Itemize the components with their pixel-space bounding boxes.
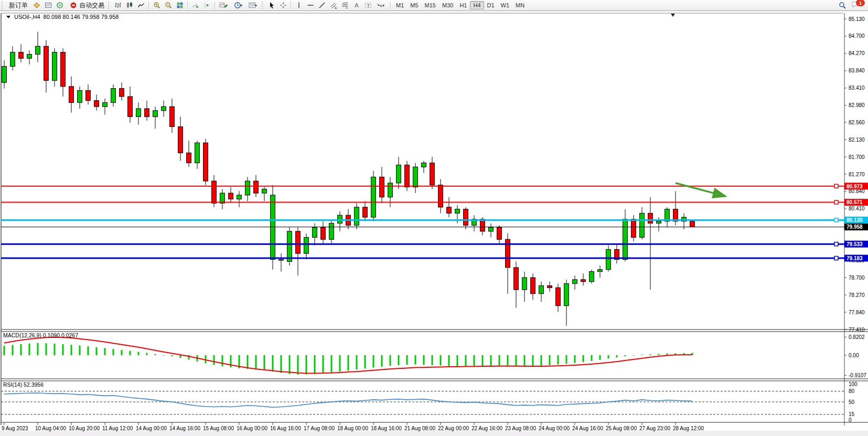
signals-icon[interactable] [54,0,66,10]
chart-shift-icon[interactable] [201,0,213,10]
svg-text:27 Aug 23:00: 27 Aug 23:00 [639,426,670,431]
zoom-in-icon[interactable] [151,0,163,10]
new-order-button[interactable]: 新订单 [6,0,31,11]
macd-bar [163,355,165,356]
crosshair-icon[interactable] [277,0,289,10]
timeframe-M5[interactable]: M5 [407,1,421,9]
macd-bar [348,355,349,371]
price-label: 79.183 [846,256,863,261]
price-label: 80.571 [846,199,863,205]
svg-text:15 Aug 08:00: 15 Aug 08:00 [203,426,234,431]
toolbar-grip[interactable] [262,2,264,9]
chart-canvas[interactable]: 85.13084.70084.27083.84083.41082.98082.5… [0,11,868,436]
bar-chart-icon[interactable] [112,0,124,10]
toolbar-separator [390,2,391,9]
timeframe-MN[interactable]: MN [512,1,528,9]
macd-bar [155,354,156,355]
add-indicator-button[interactable]: ▾ [217,0,232,10]
svg-text:9 Aug 2023: 9 Aug 2023 [2,426,28,431]
macd-bar [641,355,643,355]
macd-bar [205,355,207,363]
macd-bar [398,355,400,365]
gold-icon[interactable] [31,0,42,10]
line-chart-icon[interactable] [135,0,147,10]
dropdown-caret-icon: ▾ [240,3,244,8]
svg-text:0: 0 [849,417,852,423]
macd-bar [599,355,601,360]
macd-bar [474,355,475,367]
timeframe-H4[interactable]: H4 [470,1,484,9]
macd-bar [541,355,542,366]
macd-bar [138,352,140,355]
toolbar-separator [291,2,292,9]
search-icon[interactable] [837,0,848,10]
timeframe-W1[interactable]: W1 [498,1,513,9]
macd-bar [255,355,257,369]
macd-bar [566,355,567,364]
autotrading-label: 自动交易 [79,1,104,10]
macd-bar [264,355,265,370]
svg-text:83.410: 83.410 [849,85,865,91]
macd-bar [616,355,618,357]
periods-button[interactable]: ▾ [232,0,247,10]
line-handle [834,200,838,204]
macd-bar [339,355,341,371]
svg-text:50: 50 [849,399,855,405]
svg-text:F: F [346,6,348,9]
macd-bar [423,355,425,365]
dropdown-caret-icon: ▾ [382,3,387,8]
rsi-label: RSI(14) 52.3956 [3,381,44,388]
macd-bar [633,355,635,356]
zoom-out-icon[interactable] [163,0,174,10]
svg-text:T: T [367,3,370,8]
svg-text:-0.9107: -0.9107 [849,373,866,378]
toolbar-grip[interactable] [2,2,4,9]
line-handle [834,184,838,188]
horizontal-line-icon[interactable] [305,0,316,10]
macd-bar [96,347,98,355]
toolbar-separator [148,2,149,9]
macd-bar [71,345,72,355]
macd-bar [180,355,181,358]
macd-bar [104,348,106,355]
candlestick-chart-icon[interactable] [124,0,135,10]
autotrading-button[interactable]: 自动交易 [66,0,108,12]
macd-bar [440,355,442,366]
macd-bar [516,355,517,367]
timeframe-M1[interactable]: M1 [393,1,407,9]
svg-text:81.270: 81.270 [849,172,865,177]
svg-text:10 Aug 04:00: 10 Aug 04:00 [35,426,66,431]
svg-text:82.130: 82.130 [849,137,865,143]
notifications-button[interactable]: 1 [851,1,863,10]
macd-bar [79,345,81,355]
equidistant-channel-icon[interactable]: E [328,0,339,10]
toolbar-right-icons: 1 [837,0,867,10]
tile-windows-icon[interactable] [174,0,186,10]
text-icon[interactable]: A [351,0,362,10]
macd-bar [46,343,47,355]
toolbar-grip[interactable] [108,2,111,9]
cursor-icon[interactable] [266,0,277,10]
macd-bar [356,355,358,369]
vertical-line-icon[interactable] [293,0,305,10]
text-label-icon[interactable]: T [362,0,374,10]
trendline-icon[interactable] [316,0,328,10]
arrows-tool-button[interactable]: ▾ [374,0,389,10]
auto-scroll-icon[interactable] [190,0,201,10]
svg-text:17 Aug 08:00: 17 Aug 08:00 [304,426,335,431]
timeframe-H1[interactable]: H1 [456,1,470,9]
macd-bar [289,355,291,374]
macd-bar [415,355,416,365]
macd-bar [625,355,626,356]
main-toolbar: 新订单 自动交易 [0,0,868,11]
timeframe-M15[interactable]: M15 [422,1,439,9]
fibonacci-icon[interactable]: F [339,0,351,10]
svg-text:78.270: 78.270 [849,292,865,298]
macd-bar [88,346,89,355]
timeframe-D1[interactable]: D1 [484,1,498,9]
timeframe-M30[interactable]: M30 [439,1,456,9]
svg-text:USOil-,H4 80.098 80.146 79.95: USOil-,H4 80.098 80.146 79.958 79.958 [14,14,119,20]
templates-button[interactable]: ▾ [247,0,261,10]
autotrading-icon [69,0,78,10]
market-watch-icon[interactable] [42,0,54,10]
